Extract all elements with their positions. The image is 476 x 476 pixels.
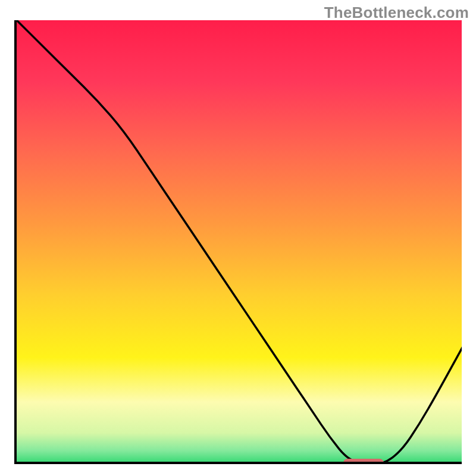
plot-inner [17, 20, 462, 462]
plot-frame [14, 20, 462, 464]
watermark-text: TheBottleneck.com [324, 4, 469, 22]
bottleneck-curve [17, 20, 462, 464]
chart-container: TheBottleneck.com [0, 0, 476, 476]
optimal-range-marker [343, 459, 384, 464]
curve-layer [17, 20, 462, 464]
